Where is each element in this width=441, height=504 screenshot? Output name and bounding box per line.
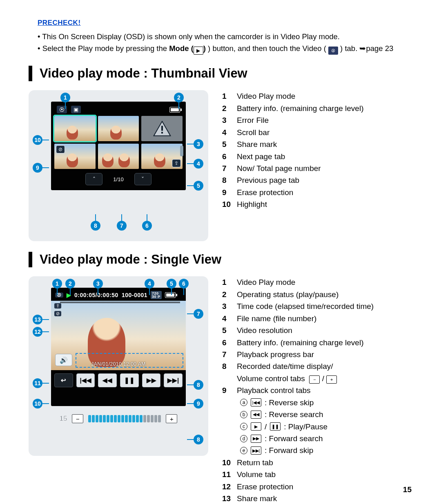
video-tab-icon (328, 47, 338, 55)
single-legend: 1Video Play mode 2Operating status (play… (222, 276, 412, 504)
callout-9: 9 (33, 163, 42, 173)
resolution-bot: 30 P (152, 295, 160, 298)
precheck-item-2c: ) button, and then touch the Video ( (208, 44, 326, 53)
s-callout-1: 1 (52, 279, 62, 289)
vol-minus-icon: − (309, 375, 320, 384)
precheck-item-1: This On Screen Display (OSD) is shown on… (38, 31, 412, 43)
slegend-3: Time code (elapsed time/recorded time) (237, 300, 374, 312)
callout-8: 8 (91, 221, 100, 231)
precheck-item-2b-close: ) (203, 44, 206, 53)
volume-plus-button[interactable]: + (166, 414, 177, 423)
battery-icon-2 (165, 292, 176, 298)
s-callout-13: 13 (33, 315, 42, 324)
s-callout-11: 11 (33, 378, 42, 388)
slegend-13: Share mark (237, 493, 277, 504)
circle-b: b (240, 411, 247, 418)
vol-plus-icon: + (326, 375, 337, 384)
video-frame[interactable]: ⇪ ⊘ 🔊 JAN/01/2010 12:00 AM (51, 301, 186, 370)
play-icon: ▶ (251, 422, 261, 431)
section-heading-single: Video play mode : Single View (29, 252, 412, 267)
erase-protection-icon-2: ⊘ (54, 311, 61, 316)
legend-8: Previous page tab (237, 174, 299, 186)
precheck-title: PRECHECK! (38, 19, 412, 27)
thumb-2[interactable] (98, 116, 139, 141)
forward-search-button[interactable]: ▶▶ (142, 373, 161, 387)
sub-e: : Forward skip (265, 444, 313, 456)
scroll-bar[interactable] (180, 146, 183, 156)
circle-c: c (240, 423, 247, 430)
svg-rect-2 (161, 132, 163, 133)
legend-10: Highlight (237, 198, 267, 210)
slegend-2: Operating status (play/pause) (237, 289, 339, 300)
timecode: 0:00:05/0:00:50 (74, 292, 118, 298)
legend-2: Battery info. (remaining charge level) (237, 102, 363, 114)
next-page-button[interactable]: ˅ (134, 173, 151, 185)
slegend-1: Video Play mode (237, 276, 295, 288)
rev-search-icon: ◀◀ (251, 411, 261, 419)
video-mode-icon: ⦿ (55, 293, 63, 298)
slegend-8b-text: Volume control tabs (237, 374, 305, 383)
s-callout-7: 7 (194, 309, 203, 319)
s-callout-6: 6 (179, 279, 189, 289)
legend-5: Share mark (237, 138, 277, 150)
s-callout-12: 12 (33, 327, 42, 337)
sub-a: : Reverse skip (265, 397, 314, 409)
s-callout-3: 3 (93, 279, 103, 289)
s-callout-2: 2 (65, 279, 75, 289)
playback-control-bar: ↩ |◀◀ ◀◀ ❚❚ ▶▶ ▶▶| (51, 370, 186, 391)
share-mark-icon-2: ⇪ (54, 303, 61, 309)
thumb-4[interactable]: ⊘ (54, 144, 96, 169)
slegend-5: Video resolution (237, 324, 292, 336)
precheck-item-2: Select the Play mode by pressing the Mod… (38, 43, 412, 55)
volume-minus-button[interactable]: − (72, 414, 83, 423)
callout-2: 2 (174, 93, 184, 102)
sub-d: : Forward search (265, 433, 323, 444)
file-number: 100-0001 (122, 292, 147, 298)
s-callout-9: 9 (194, 399, 203, 409)
page-number: 15 (403, 485, 412, 494)
volume-level: 15 (60, 415, 67, 423)
thumbnail-grid: ⊘ ⇪ (51, 116, 186, 169)
reverse-search-button[interactable]: ◀◀ (98, 373, 117, 387)
sub-c: : Play/Pause (284, 421, 327, 433)
svg-rect-1 (161, 126, 163, 131)
slegend-7: Playback progress bar (237, 349, 314, 360)
page-indicator: 1/10 (113, 176, 123, 182)
date-volume-highlight (76, 353, 183, 368)
legend-4: Scroll bar (237, 127, 270, 138)
volume-button[interactable]: 🔊 (55, 354, 72, 366)
callout-7: 7 (117, 221, 127, 231)
s-callout-8b: 8 (194, 435, 203, 444)
slegend-8b: Volume control tabs − / + (237, 373, 337, 384)
slegend-10: Return tab (237, 457, 273, 468)
thumb-6[interactable]: ⇪ (141, 144, 183, 169)
circle-e: e (240, 447, 247, 454)
section-heading-thumbnail: Video play mode : Thumbnail View (29, 66, 412, 81)
callout-1: 1 (60, 93, 70, 102)
s-callout-10: 10 (33, 399, 42, 409)
circle-a: a (240, 399, 247, 406)
playback-progress-bar[interactable] (60, 302, 180, 303)
return-button[interactable]: ↩ (54, 373, 73, 387)
thumb-1[interactable] (54, 116, 96, 141)
thumbnail-pager: ˄ 1/10 ˅ (51, 169, 186, 190)
legend-3: Error File (237, 114, 269, 126)
forward-skip-button[interactable]: ▶▶| (164, 373, 183, 387)
rev-skip-icon: |◀◀ (251, 398, 261, 406)
mode-play-icon (194, 47, 203, 55)
thumbnail-lcd: ⦿ ▣ ⊘ (51, 102, 186, 190)
callout-3: 3 (194, 139, 203, 149)
callout-6: 6 (142, 221, 152, 231)
single-lcd: ⦿ ▶ 0:00:05/0:00:50 100-0001 720 30 P ⇪ … (51, 288, 186, 406)
single-diagram-panel: 1 2 3 4 5 6 7 8 9 8 13 12 11 10 ⦿ ▶ 0:00… (29, 276, 208, 456)
fwd-search-icon: ▶▶ (251, 435, 261, 443)
reverse-skip-button[interactable]: |◀◀ (76, 373, 95, 387)
thumb-error[interactable] (141, 116, 183, 141)
legend-6: Next page tab (237, 151, 285, 162)
prev-page-button[interactable]: ˄ (85, 173, 102, 185)
play-pause-button[interactable]: ❚❚ (120, 373, 139, 387)
sub-b: : Reverse search (265, 409, 323, 420)
s-callout-8a: 8 (194, 380, 203, 390)
thumb-5[interactable] (98, 144, 139, 169)
precheck-item-2d: ) tab. ➥page 23 (340, 44, 393, 53)
